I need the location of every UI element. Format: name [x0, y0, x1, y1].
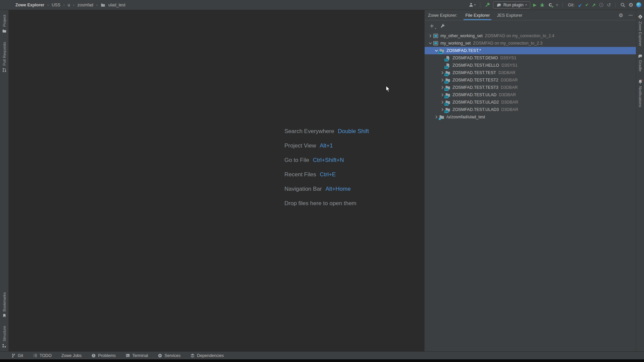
git-update-button[interactable]: ↙: [578, 3, 582, 7]
rollback-button[interactable]: ↺: [607, 2, 611, 7]
stripe-button-structure[interactable]: Structure: [2, 326, 6, 348]
chevron-down-icon[interactable]: [427, 41, 433, 46]
tree-row-partitioned-dataset[interactable]: DS ZOSMFAD.TEST.ULAD3 D3DBAR: [425, 106, 636, 113]
tree-row-partitioned-dataset[interactable]: DS ZOSMFAD.TEST.TEST3 D3DBAR: [425, 84, 636, 91]
hint-label: Search Everywhere: [284, 128, 334, 135]
code-with-me-icon[interactable]: [636, 2, 641, 7]
stripe-button-zowe-explorer[interactable]: Z Zowe Explorer: [638, 14, 643, 46]
node-detail: D3DBAR: [501, 107, 518, 112]
breadcrumb-segment-uss[interactable]: USS: [52, 3, 60, 7]
chevron-right-icon[interactable]: [433, 114, 439, 120]
stripe-label: Notifications: [638, 86, 642, 107]
toolbar-actions: ▾ Run plugin ▾ ▶ C ▶ ■ Git: [469, 1, 641, 9]
node-detail: D3SYS1: [501, 63, 518, 68]
toolwindow-button-services[interactable]: Services: [158, 353, 180, 358]
tree-row-uss-directory[interactable]: /u/zosmfad/ulad_test: [425, 113, 636, 121]
breadcrumb-segment-zosmfad[interactable]: zosmfad: [77, 3, 93, 7]
toolbar-separator: [480, 2, 480, 8]
uss-folder-icon: [439, 114, 444, 120]
node-detail: D3DBAR: [501, 100, 518, 105]
dataset-file-icon: DS: [445, 63, 450, 68]
tree-row-partitioned-dataset[interactable]: DS ZOSMFAD.TEST.ULAD D3DBAR: [425, 91, 636, 99]
node-detail: ZOSMFAD on my_connection_to_2.3: [473, 41, 542, 46]
search-everywhere-icon[interactable]: [620, 2, 626, 8]
settings-gear-icon[interactable]: ⚙: [629, 2, 633, 8]
ide-window: Zowe Explorer › USS › u › zosmfad › ulad…: [0, 0, 644, 362]
dataset-folder-icon: DS: [445, 92, 450, 98]
tree-row-partitioned-dataset[interactable]: DS ZOSMFAD.TEST.ULAD2 D3DBAR: [425, 99, 636, 106]
tree-row-partitioned-dataset[interactable]: DS ZOSMFAD.TEST.TEST2 D3DBAR: [425, 76, 636, 84]
node-label: ZOSMFAD.TEST.DEMO: [452, 56, 498, 60]
breadcrumb-segment-u[interactable]: u: [68, 3, 70, 7]
toolwindow-button-dependencies[interactable]: Dependencies: [190, 353, 224, 358]
tree-row-partitioned-dataset[interactable]: DS ZOSMFAD.TEST.TEST D3DBAR: [425, 69, 636, 76]
node-label: /u/zosmfad/ulad_test: [446, 115, 485, 119]
breadcrumb-separator: ›: [73, 3, 74, 7]
stripe-button-bookmarks[interactable]: Bookmarks: [2, 292, 6, 318]
tree-row-working-set[interactable]: my_working_set ZOSMFAD on my_connection_…: [425, 40, 636, 47]
run-configuration-select[interactable]: Run plugin ▾: [493, 1, 530, 9]
node-label: ZOSMFAD.TEST.ULAD: [452, 93, 496, 97]
pull-request-icon: [2, 68, 7, 72]
breadcrumb: Zowe Explorer › USS › u › zosmfad › ulad…: [15, 3, 125, 7]
git-push-button[interactable]: ↗: [592, 3, 596, 7]
tree-row-working-set[interactable]: my_other_working_set ZOSMFAD on my_conne…: [425, 32, 636, 40]
structure-icon: [2, 344, 6, 348]
node-label: ZOSMFAD.TEST.HELLO: [452, 63, 499, 68]
wrench-icon[interactable]: [440, 23, 445, 28]
hide-panel-icon[interactable]: —: [629, 13, 633, 17]
hint-label: Recent Files: [284, 171, 316, 178]
toolwindow-label: Terminal: [132, 353, 148, 358]
bottom-toolwindow-bar: Git TODO Zowe Jobs Problems Terminal: [0, 351, 644, 359]
debug-bug-icon[interactable]: [540, 2, 545, 7]
tree-row-sequential-dataset[interactable]: DS ZOSMFAD.TEST.DEMO D3SYS1: [425, 54, 636, 62]
toolwindow-button-problems[interactable]: Problems: [91, 353, 116, 358]
dataset-file-icon: DS: [445, 55, 450, 61]
build-hammer-icon[interactable]: [485, 2, 490, 8]
toolbar-separator: [562, 2, 563, 8]
toolwindow-button-zowe-jobs[interactable]: Zowe Jobs: [61, 353, 82, 358]
stripe-button-notifications[interactable]: Notifications: [638, 79, 643, 107]
node-detail: D3DBAR: [501, 85, 518, 90]
breadcrumb-project[interactable]: Zowe Explorer: [15, 3, 44, 7]
stripe-button-gradle[interactable]: Gradle: [638, 54, 643, 72]
hint-label: Navigation Bar: [284, 186, 322, 192]
breadcrumb-segment-ulad-test[interactable]: ulad_test: [108, 3, 125, 7]
chevron-right-icon[interactable]: [427, 33, 433, 39]
tree-row-sequential-dataset[interactable]: DS ZOSMFAD.TEST.HELLO D3SYS1: [425, 62, 636, 69]
stripe-label: Pull Requests: [2, 42, 6, 66]
hint-navigation-bar: Navigation Bar Alt+Home: [284, 182, 369, 196]
add-icon[interactable]: ▾: [429, 23, 434, 29]
stripe-label: Structure: [2, 326, 6, 342]
services-icon: [158, 353, 162, 358]
hint-shortcut: Ctrl+E: [320, 171, 336, 178]
panel-header: Zowe Explorer: File Explorer JES Explore…: [425, 10, 636, 20]
editor-shortcut-hints: Search Everywhere Double Shift Project V…: [284, 124, 369, 210]
hint-shortcut: Double Shift: [338, 128, 369, 135]
dataset-folder-icon: DS: [445, 107, 450, 112]
dataset-tree: my_other_working_set ZOSMFAD on my_conne…: [425, 32, 636, 351]
tab-file-explorer[interactable]: File Explorer: [464, 10, 491, 20]
git-commit-button[interactable]: ✔: [585, 3, 589, 7]
tab-jes-explorer[interactable]: JES Explorer: [496, 10, 523, 20]
dataset-folder-icon: DS: [445, 77, 450, 83]
stripe-button-pull-requests[interactable]: Pull Requests: [2, 42, 7, 72]
hint-search-everywhere: Search Everywhere Double Shift: [284, 124, 369, 138]
run-button[interactable]: ▶: [533, 3, 537, 7]
stripe-button-project[interactable]: Project: [2, 15, 7, 33]
tree-row-dataset-mask[interactable]: DS ZOSMFAD.TEST.*: [425, 47, 636, 54]
user-account-button[interactable]: ▾: [469, 2, 476, 7]
left-toolwindow-stripe: Project Pull Requests Bookmarks Struc: [0, 10, 9, 351]
bookmark-icon: [2, 313, 6, 318]
panel-settings-gear-icon[interactable]: ⚙: [619, 13, 623, 18]
toolwindow-label: Services: [164, 353, 180, 358]
toolwindow-button-terminal[interactable]: Terminal: [125, 353, 148, 358]
toolwindow-button-git[interactable]: Git: [11, 353, 23, 358]
run-with-coverage-icon[interactable]: C ▶: [548, 2, 553, 8]
window-bottom-edge: [0, 359, 644, 362]
dependencies-layers-icon: [190, 353, 195, 358]
toolwindow-button-todo[interactable]: TODO: [33, 353, 52, 358]
hint-label: Drop files here to open them: [284, 200, 357, 207]
main-toolbar: Zowe Explorer › USS › u › zosmfad › ulad…: [0, 0, 644, 10]
node-label: ZOSMFAD.TEST.*: [446, 48, 481, 53]
